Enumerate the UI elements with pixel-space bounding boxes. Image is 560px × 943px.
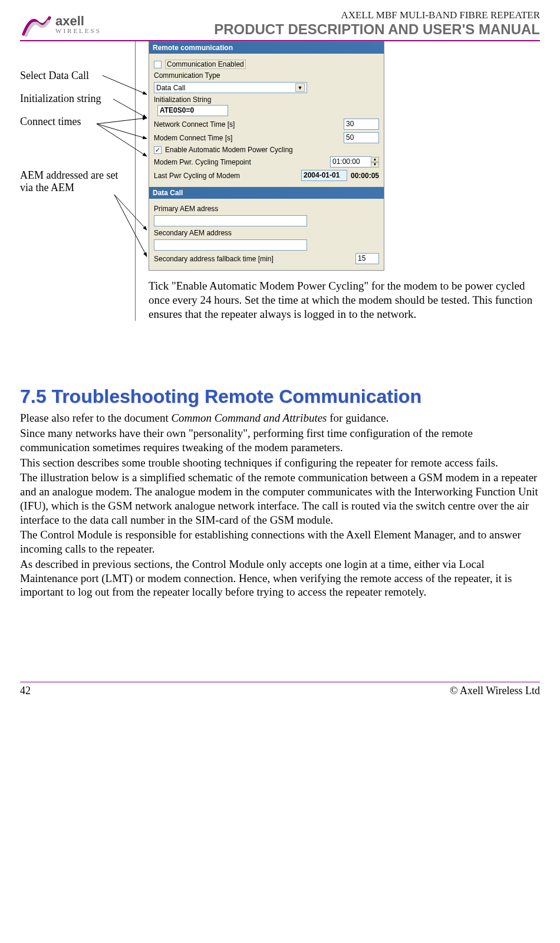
axell-logo-icon [20, 12, 52, 38]
comm-type-combo[interactable]: Data Call ▼ [154, 82, 307, 93]
init-string-input[interactable]: ATE0S0=0 [157, 105, 228, 116]
page-number: 42 [20, 685, 31, 697]
fallback-label: Secondary address fallback time [min] [154, 255, 352, 263]
primary-aem-label: Primary AEM adress [154, 205, 379, 213]
callout-init-string: Initialization string [20, 93, 135, 105]
cycle-time-label: Modem Pwr. Cycling Timepoint [154, 158, 327, 166]
fallback-input[interactable]: 15 [355, 253, 379, 264]
tick-paragraph: Tick "Enable Automatic Modem Power Cycli… [149, 279, 540, 321]
copyright: © Axell Wireless Ltd [450, 685, 540, 697]
para-3: This section describes some trouble shoo… [20, 456, 540, 470]
secondary-aem-input[interactable] [154, 239, 307, 251]
logo-name: axell [55, 15, 101, 27]
primary-aem-input[interactable] [154, 215, 307, 226]
callout-column: Select Data Call Initialization string C… [20, 41, 135, 321]
chevron-down-icon[interactable]: ▼ [295, 83, 305, 92]
remote-comm-panel: Remote communication Communication Enabl… [149, 41, 384, 271]
para-5: The Control Module is responsible for es… [20, 528, 540, 556]
last-cycle-time: 00:00:05 [351, 172, 379, 180]
remote-comm-header: Remote communication [149, 42, 384, 54]
comm-type-label: Communication Type [154, 71, 379, 80]
header-big-title: PRODUCT DESCRIPTION AND USER'S MANUAL [214, 21, 540, 38]
comm-enabled-checkbox[interactable] [154, 61, 162, 68]
callout-aem: AEM addressed are set via the AEM [20, 169, 126, 194]
comm-enabled-label: Communication Enabled [165, 60, 246, 69]
body-text: Please also refer to the document Common… [20, 411, 540, 599]
net-connect-input[interactable]: 30 [344, 119, 379, 130]
logo-subtext: WIRELESS [55, 27, 101, 34]
page-header: axell WIRELESS AXELL MBF MULI-BAND FIBRE… [20, 9, 540, 41]
last-cycle-date: 2004-01-01 [301, 170, 347, 181]
modem-connect-label: Modem Connect Time [s] [154, 134, 340, 142]
spinner-down-icon[interactable]: ▼ [371, 162, 379, 167]
last-cycle-label: Last Pwr Cycling of Modem [154, 172, 298, 180]
para-6: As described in previous sections, the C… [20, 557, 540, 599]
page-footer: 42 © Axell Wireless Ltd [20, 682, 540, 697]
section-heading: 7.5 Troubleshooting Remote Communication [20, 386, 540, 408]
para-4: The illustration below is a simplified s… [20, 471, 540, 527]
callout-divider [135, 41, 136, 321]
comm-type-value: Data Call [156, 84, 185, 92]
header-small-title: AXELL MBF MULI-BAND FIBRE REPEATER [214, 9, 540, 21]
cycle-time-spinner[interactable]: 01:00:00 ▲ ▼ [330, 156, 379, 167]
para-1: Please also refer to the document Common… [20, 411, 540, 425]
para-2: Since many networks have their own "pers… [20, 426, 540, 455]
net-connect-label: Network Connect Time [s] [154, 120, 340, 129]
callout-select-data-call: Select Data Call [20, 70, 135, 82]
enable-cycle-label: Enable Automatic Modem Power Cycling [165, 146, 293, 154]
enable-cycle-checkbox[interactable]: ✓ [154, 146, 162, 154]
secondary-aem-label: Secondary AEM address [154, 229, 379, 237]
modem-connect-input[interactable]: 50 [344, 132, 379, 143]
init-string-label: Initialization String [154, 96, 379, 104]
data-call-header: Data Call [149, 187, 384, 199]
logo: axell WIRELESS [20, 12, 101, 38]
callout-connect-times: Connect times [20, 116, 135, 128]
spinner-up-icon[interactable]: ▲ [371, 157, 379, 162]
